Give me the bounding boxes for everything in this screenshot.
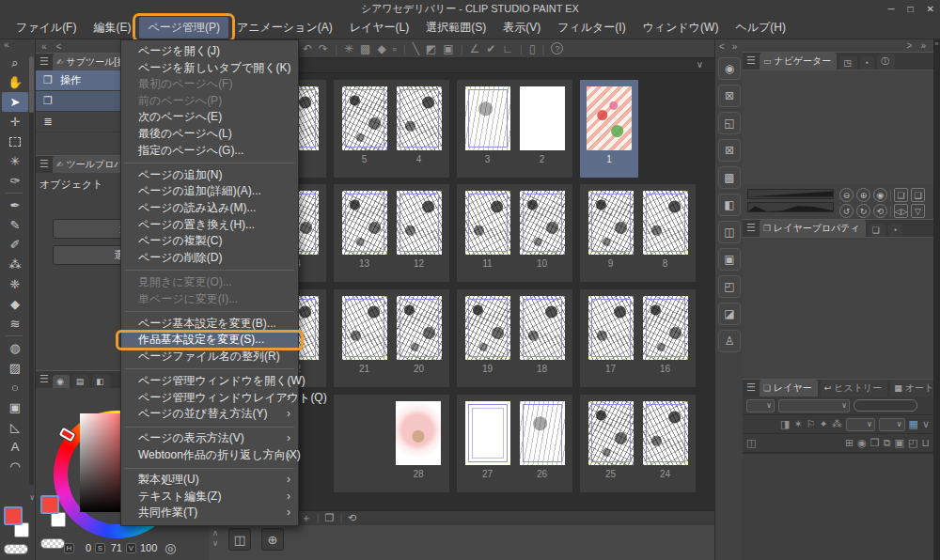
decoration-tool[interactable]: ❈ bbox=[2, 274, 28, 294]
fill-tool[interactable]: ◍ bbox=[2, 338, 28, 358]
command-icon[interactable]: ✔ bbox=[486, 42, 495, 55]
page-spread-group[interactable]: 1312 bbox=[334, 184, 449, 282]
minimize-icon[interactable]: ─ bbox=[887, 4, 894, 14]
page-spread-group[interactable]: 1110 bbox=[457, 184, 572, 282]
page-thumbnail-19[interactable] bbox=[465, 296, 510, 360]
undo-icon[interactable]: ↶ bbox=[303, 42, 312, 55]
move-tool[interactable]: ✛ bbox=[2, 112, 28, 132]
airbrush-tool[interactable]: ⁂ bbox=[2, 255, 28, 274]
gradient-tool[interactable]: ▨ bbox=[2, 358, 28, 378]
navigator-tab-2[interactable]: ◳ bbox=[839, 56, 857, 70]
menu-item-19[interactable]: ページ基本設定を変更(B)... bbox=[121, 316, 298, 333]
panel-menu-icon[interactable]: ☰ bbox=[39, 55, 49, 68]
menu-item-31[interactable]: テキスト編集(Z)› bbox=[121, 489, 298, 506]
page-spread-group[interactable]: 32 bbox=[457, 80, 572, 178]
page-thumbnail-13[interactable] bbox=[342, 191, 387, 255]
page-thumbnail-27[interactable] bbox=[465, 401, 510, 465]
pen-tool[interactable]: ✒ bbox=[2, 195, 28, 215]
menu-item-25[interactable]: ページの並び替え方法(Y)› bbox=[121, 406, 298, 423]
tab-color-wheel[interactable]: ◉ bbox=[53, 375, 70, 388]
scroll-up-icon[interactable]: ∧ bbox=[210, 528, 221, 538]
page-thumbnail-11[interactable] bbox=[465, 191, 510, 255]
sync-pages-icon[interactable]: ⟲ bbox=[348, 512, 356, 524]
zoom-slider[interactable] bbox=[747, 189, 834, 199]
menubar-item-5[interactable]: レイヤー(L) bbox=[341, 17, 418, 39]
panel-sub-color-swatch[interactable] bbox=[51, 512, 66, 527]
fit-window-icon[interactable]: ❑ bbox=[911, 188, 925, 202]
page-thumbnail-3[interactable] bbox=[465, 86, 510, 150]
menu-item-9[interactable]: ページの追加(N) bbox=[121, 167, 298, 184]
layer-filter-dropdown[interactable]: ∨ bbox=[746, 399, 775, 412]
quick-access-icon-3[interactable]: ◱ bbox=[718, 112, 741, 134]
page-thumbnail-17[interactable] bbox=[588, 296, 634, 360]
frame-border-tool[interactable]: ▣ bbox=[2, 397, 28, 417]
palette-color-chevron[interactable]: ∨ bbox=[922, 418, 930, 430]
layer-mode-icon-5[interactable]: ⁂ bbox=[832, 418, 842, 430]
transfer-layer-icon[interactable]: ⧉ bbox=[884, 437, 891, 449]
quick-access-icon-2[interactable]: ⊠ bbox=[718, 85, 741, 107]
page-thumbnail-20[interactable] bbox=[397, 296, 442, 360]
page-spread-group[interactable]: 2726 bbox=[457, 395, 572, 492]
rotate-right-icon[interactable]: ↻ bbox=[856, 204, 870, 218]
quick-access-icon-5[interactable]: ▩ bbox=[718, 166, 741, 189]
menu-item-21[interactable]: ページファイル名の整列(R) bbox=[121, 349, 298, 366]
page-thumbnail-1[interactable] bbox=[587, 86, 632, 150]
quick-access-icon-9[interactable]: ◰ bbox=[718, 275, 741, 298]
layer-mode-icon-4[interactable]: ✦ bbox=[820, 418, 828, 430]
material-panel-collapsed[interactable]: » bbox=[933, 39, 940, 560]
page-spread-group[interactable]: 1716 bbox=[580, 289, 696, 387]
page-thumbnail-21[interactable] bbox=[342, 296, 387, 360]
layer-combo-2[interactable]: ∨ bbox=[879, 418, 905, 431]
menubar-item-10[interactable]: ヘルプ(H) bbox=[727, 17, 794, 39]
blend-tool[interactable]: ≋ bbox=[2, 314, 28, 334]
navigator-tab-3[interactable]: ◔ bbox=[860, 56, 874, 70]
page-spread-group[interactable]: 2524 bbox=[580, 395, 696, 492]
selection-tool[interactable] bbox=[2, 132, 28, 151]
page-thumbnail-12[interactable] bbox=[397, 191, 442, 255]
brush-tool[interactable]: ✐ bbox=[2, 235, 28, 255]
page-spread-group[interactable]: 1 bbox=[580, 80, 638, 178]
menu-item-7[interactable]: 指定のページへ(G)... bbox=[121, 143, 298, 160]
blend-mode-dropdown[interactable]: ∨ bbox=[778, 399, 850, 412]
duplicate-page-icon[interactable]: ❐ bbox=[325, 512, 335, 524]
eyedropper-tool[interactable]: ✑ bbox=[2, 171, 28, 191]
page-thumbnail-16[interactable] bbox=[643, 296, 688, 360]
color-tab-2[interactable]: ▤ bbox=[72, 375, 90, 388]
scroll-left-icon[interactable]: < bbox=[56, 41, 62, 52]
navigator-tab-4[interactable]: ⓘ bbox=[877, 54, 895, 70]
opacity-field[interactable] bbox=[854, 399, 917, 412]
page-spread-group[interactable]: 1918 bbox=[457, 289, 572, 387]
collapse-left-icon[interactable]: « bbox=[4, 39, 9, 50]
menu-item-1[interactable]: ページを開く(J) bbox=[121, 43, 298, 60]
page-spread-group[interactable]: 2120 bbox=[334, 289, 449, 387]
new-folder-icon[interactable]: ❐ bbox=[870, 437, 880, 449]
zoom-100-icon[interactable]: ◉ bbox=[873, 188, 887, 202]
panel-main-color-swatch[interactable] bbox=[40, 495, 59, 514]
eraser-tool[interactable]: ◆ bbox=[2, 294, 28, 314]
layer-mode-icon-3[interactable]: ⚐ bbox=[807, 418, 816, 430]
navigator-tab-1[interactable]: ▭ナビゲーター bbox=[760, 53, 837, 70]
panel-menu-icon[interactable]: ☰ bbox=[746, 54, 756, 67]
quick-access-icon-8[interactable]: ▣ bbox=[718, 248, 741, 271]
menu-item-6[interactable]: 最後のページへ(L) bbox=[121, 126, 298, 143]
layer-tab-1[interactable]: ❏レイヤー bbox=[760, 380, 818, 397]
menubar-item-3[interactable]: ページ管理(P) bbox=[139, 17, 228, 39]
tab-list-chevron-icon[interactable]: ∨ bbox=[697, 59, 703, 70]
scroll-down-icon[interactable]: ∨ bbox=[29, 493, 35, 502]
layer-property-tab-1[interactable]: ❐レイヤープロパティ bbox=[760, 220, 866, 237]
zoom-in-icon[interactable]: ⊕ bbox=[856, 188, 870, 202]
new-layer-icon[interactable]: ◫ bbox=[746, 437, 756, 449]
quick-access-icon-11[interactable]: ♙ bbox=[718, 330, 741, 352]
menubar-item-6[interactable]: 選択範囲(S) bbox=[417, 17, 494, 39]
layer-tab-2[interactable]: ↩ヒストリー bbox=[821, 380, 887, 397]
add-page-icon[interactable]: ＋ bbox=[301, 511, 311, 525]
page-thumbnail-5[interactable] bbox=[342, 86, 387, 150]
panel-menu-icon[interactable]: ☰ bbox=[746, 222, 756, 234]
page-thumbnail-18[interactable] bbox=[520, 296, 565, 360]
menubar-item-9[interactable]: ウィンドウ(W) bbox=[634, 17, 728, 39]
new-raster-layer-icon[interactable]: ⊞ bbox=[845, 437, 854, 449]
tool-scrollbar[interactable] bbox=[29, 56, 34, 485]
quick-access-icon-4[interactable]: ⊠ bbox=[718, 139, 741, 162]
menu-item-13[interactable]: ページの複製(C) bbox=[121, 233, 298, 250]
layer-mode-icon-2[interactable]: ✶ bbox=[793, 418, 802, 430]
